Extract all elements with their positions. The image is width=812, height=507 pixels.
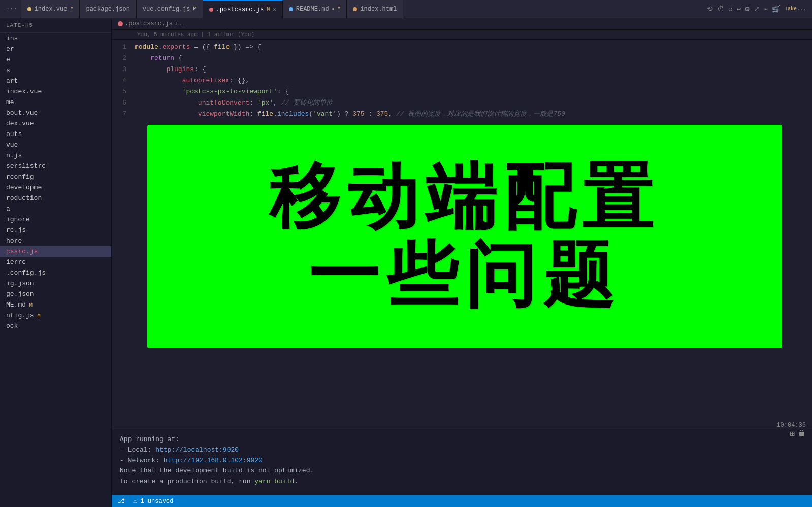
sidebar-item-art[interactable]: art bbox=[0, 76, 111, 86]
expand-icon[interactable]: ⤢ bbox=[754, 5, 760, 13]
breadcrumb-more: … bbox=[180, 20, 184, 27]
line-code: autoprefixer: {}, bbox=[135, 75, 812, 86]
sidebar-item-e[interactable]: e bbox=[0, 54, 111, 65]
history-icon[interactable]: ⟲ bbox=[707, 5, 713, 13]
tab-index-html[interactable]: index.html bbox=[347, 0, 403, 18]
breadcrumb: .postcssrc.js › … bbox=[112, 18, 812, 30]
sidebar: LATE-H5 ins er e s art index.vue me bout… bbox=[0, 18, 112, 507]
tab-index-vue[interactable]: index.vue M bbox=[21, 0, 80, 18]
tab-indicator bbox=[353, 7, 357, 11]
tab-postcssrc[interactable]: .postcssrc.js M ✕ bbox=[203, 0, 283, 18]
sidebar-item-igjson[interactable]: ig.json bbox=[0, 278, 111, 289]
code-line-3: 3 plugins: { bbox=[112, 64, 812, 75]
tab-indicator bbox=[209, 8, 213, 12]
sidebar-item-er[interactable]: er bbox=[0, 44, 111, 54]
settings-icon[interactable]: ⚙ bbox=[745, 5, 749, 13]
terminal-yarn-link[interactable]: yarn build bbox=[254, 478, 294, 485]
code-line-4: 4 autoprefixer: {}, bbox=[112, 75, 812, 86]
tab-close-icon[interactable]: ✕ bbox=[273, 6, 276, 13]
terminal-line2: - Local: http://localhost:9020 bbox=[120, 445, 804, 456]
sidebar-item-rconfig[interactable]: rconfig bbox=[0, 172, 111, 182]
terminal-panel[interactable]: App running at: - Local: http://localhos… bbox=[112, 429, 812, 495]
tab-readme[interactable]: README.md ● M bbox=[283, 0, 347, 18]
terminal-line1: App running at: bbox=[120, 434, 804, 445]
more-icon[interactable]: ⋯ bbox=[764, 5, 768, 13]
sidebar-item-me[interactable]: me bbox=[0, 97, 111, 108]
banner-text-line2: 一些问题 bbox=[308, 236, 621, 315]
tab-label: index.vue bbox=[35, 6, 68, 13]
split-editor-icon[interactable]: ⊞ bbox=[790, 429, 795, 439]
undo-icon[interactable]: ↩ bbox=[737, 5, 741, 13]
terminal-network-link[interactable]: http://192.168.0.102:9020 bbox=[164, 457, 263, 464]
sidebar-item-vue[interactable]: vue bbox=[0, 140, 111, 150]
timestamp: 10:04:36 bbox=[776, 422, 806, 429]
takefun-icon: Take... bbox=[785, 6, 806, 12]
refresh-icon[interactable]: ↺ bbox=[728, 5, 732, 13]
sidebar-item-ignore[interactable]: ignore bbox=[0, 214, 111, 225]
tab-label: package.json bbox=[86, 6, 129, 13]
delete-icon[interactable]: 🗑 bbox=[798, 429, 806, 439]
sidebar-item-s[interactable]: s bbox=[0, 65, 111, 76]
breadcrumb-file: .postcssrc.js bbox=[125, 20, 173, 27]
tab-bar: ··· index.vue M package.json vue.config.… bbox=[0, 0, 812, 18]
code-line-7: 7 viewportWidth: file.includes('vant') ?… bbox=[112, 109, 812, 120]
tab-label: .postcssrc.js bbox=[216, 6, 264, 13]
sidebar-item-configjs[interactable]: .config.js bbox=[0, 267, 111, 278]
sidebar-item-ierrc[interactable]: ierrc bbox=[0, 257, 111, 267]
tab-bar-actions: ⟲ ⏱ ↺ ↩ ⚙ ⤢ ⋯ 🛒 Take... bbox=[707, 5, 812, 13]
git-blame-line: You, 5 minutes ago | 1 author (You) bbox=[112, 30, 812, 40]
sidebar-item-a[interactable]: a bbox=[0, 204, 111, 214]
line-number: 5 bbox=[112, 86, 135, 97]
terminal-line5: To create a production build, run yarn b… bbox=[120, 477, 804, 487]
tab-label: vue.config.js bbox=[143, 6, 190, 13]
terminal-local-link[interactable]: http://localhost:9020 bbox=[155, 446, 239, 454]
code-line-5: 5 'postcss-px-to-viewport': { bbox=[112, 86, 812, 97]
content-area: .postcssrc.js › … You, 5 minutes ago | 1… bbox=[112, 18, 812, 507]
tab-label: README.md bbox=[296, 6, 329, 13]
git-blame-text: You, 5 minutes ago | 1 author (You) bbox=[137, 31, 254, 38]
sidebar-item-serslistrc[interactable]: serslistrc bbox=[0, 161, 111, 172]
tab-modified: M bbox=[267, 7, 270, 12]
tab-indicator bbox=[289, 7, 293, 11]
tab-modified: M bbox=[70, 6, 73, 12]
line-code: module.exports = ({ file }) => { bbox=[135, 42, 812, 53]
tab-vue-config[interactable]: vue.config.js M bbox=[137, 0, 203, 18]
code-line-6: 6 unitToConvert: 'px', // 要转化的单位 bbox=[112, 97, 812, 109]
sidebar-item-hore[interactable]: hore bbox=[0, 235, 111, 246]
line-number: 4 bbox=[112, 75, 135, 86]
line-number: 2 bbox=[112, 53, 135, 64]
tab-modified: M bbox=[193, 6, 196, 12]
sidebar-item-ins[interactable]: ins bbox=[0, 33, 111, 44]
tab-modified-label: M bbox=[337, 6, 340, 12]
banner-text-line1: 移动端配置 bbox=[269, 158, 660, 236]
timeline-icon[interactable]: ⏱ bbox=[717, 5, 724, 13]
tab-modified: ● bbox=[332, 7, 335, 11]
sidebar-item-dex-vue[interactable]: dex.vue bbox=[0, 118, 111, 129]
line-number: 3 bbox=[112, 64, 135, 75]
sidebar-title: LATE-H5 bbox=[0, 18, 111, 33]
tab-overflow[interactable]: ··· bbox=[2, 6, 21, 13]
sidebar-item-roduction[interactable]: roduction bbox=[0, 193, 111, 204]
sidebar-item-index-vue[interactable]: index.vue bbox=[0, 86, 111, 97]
git-branch-icon: ⎇ bbox=[118, 497, 125, 505]
sidebar-item-gejson[interactable]: ge.json bbox=[0, 289, 111, 299]
terminal-text: App running at: bbox=[120, 435, 179, 443]
sidebar-item-bout-vue[interactable]: bout.vue bbox=[0, 108, 111, 118]
line-code: plugins: { bbox=[135, 64, 812, 75]
sidebar-item-nfigjs[interactable]: nfig.js bbox=[0, 310, 111, 321]
unsaved-status: ⚠ 1 unsaved bbox=[133, 497, 173, 505]
bottom-status-bar: ⎇ ⚠ 1 unsaved bbox=[112, 495, 812, 507]
sidebar-item-ock[interactable]: ock bbox=[0, 321, 111, 331]
file-status-dot bbox=[118, 21, 123, 26]
tab-package-json[interactable]: package.json bbox=[80, 0, 136, 18]
sidebar-item-rcjs[interactable]: rc.js bbox=[0, 225, 111, 235]
sidebar-item-memd[interactable]: ME.md bbox=[0, 299, 111, 310]
sidebar-item-njs[interactable]: n.js bbox=[0, 150, 111, 161]
line-code: viewportWidth: file.includes('vant') ? 3… bbox=[135, 109, 812, 120]
sidebar-item-outs[interactable]: outs bbox=[0, 129, 111, 140]
sidebar-item-developme[interactable]: developme bbox=[0, 182, 111, 193]
line-number: 7 bbox=[112, 109, 135, 120]
tab-label: index.html bbox=[360, 6, 397, 13]
sidebar-item-cssrcjs[interactable]: cssrc.js bbox=[0, 246, 111, 257]
line-code: return { bbox=[135, 53, 812, 64]
